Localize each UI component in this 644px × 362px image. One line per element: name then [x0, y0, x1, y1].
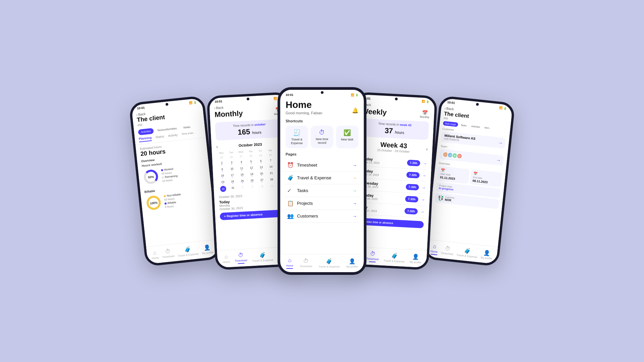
nav-profile-right2[interactable]: 👤 My profile [481, 249, 493, 260]
nav-profile-right1[interactable]: 👤 My profile [410, 253, 422, 264]
detail-tab-non[interactable]: Non... [482, 125, 493, 130]
travel-icon-r2: 🧳 [464, 247, 471, 254]
nav-timesheet-center[interactable]: ⏱ Timesheet [300, 258, 312, 268]
customer-arrow[interactable]: → [498, 140, 503, 145]
arrow-tuesday[interactable]: → [422, 173, 426, 178]
page-customers[interactable]: 👥 Customers → [284, 210, 360, 223]
hours-thursday: 7.30h [405, 196, 419, 202]
cal-day[interactable]: 25 [217, 155, 226, 160]
start-date-card: 📅 Start date 01.11.2023 [437, 166, 470, 184]
nav-home-left2[interactable]: ⌂ Home [151, 249, 159, 260]
detail-tab-activites[interactable]: Activites [469, 124, 482, 129]
nav-profile-left2[interactable]: 👤 My profile [201, 244, 214, 255]
page-tasks[interactable]: ✓ Tasks → [284, 184, 360, 197]
home-greeting: Good morning, Fabian [286, 111, 359, 115]
nav-travel-right2[interactable]: 🧳 Travel & Expense [456, 246, 478, 258]
phones-container: 10:01 📶🔋 ‹ Back The client #56 Activites… [121, 30, 523, 332]
subtab-temp[interactable]: Temp proje... [181, 131, 196, 138]
arrow-friday[interactable]: → [420, 209, 425, 214]
page-travel-expense[interactable]: 🧳 Travel & Expense → [284, 172, 360, 184]
week-banner: Time records in week 43 37 hours [360, 118, 429, 140]
shortcut-travel[interactable]: 🧾 Travel &Expense [286, 126, 308, 148]
nav-travel-right1[interactable]: 🧳 Travel & Expense [383, 252, 405, 263]
hours-tuesday: 7.30h [406, 172, 420, 178]
screen-center: Home Good morning, Fabian 🔔 Shortcuts 🧾 … [280, 97, 364, 272]
profile-icon-c: 👤 [349, 258, 356, 264]
profile-icon-r1: 👤 [412, 253, 419, 260]
tab-nonconformities[interactable]: Nonconformities [155, 125, 180, 134]
customers-page-icon: 👥 [287, 213, 294, 219]
svg-text:50%: 50% [148, 175, 154, 179]
shortcut-new-time-record[interactable]: ⏱ New timerecord [311, 126, 333, 148]
nav-timesheet-right2[interactable]: ⏱ Timesheet [441, 245, 454, 256]
nav-home-right2[interactable]: ⌂ Home [430, 243, 439, 255]
subtab-status[interactable]: Status [155, 135, 164, 141]
home-icon-c: ⌂ [288, 257, 291, 263]
subtab-activity[interactable]: Activity [168, 133, 178, 139]
week-next[interactable]: › [426, 146, 428, 152]
nav-timesheet-left1[interactable]: ⏱ Timesheet [234, 252, 248, 264]
subtab-planning[interactable]: Planning [139, 136, 152, 142]
status-bar-center: 10:01 📶🔋 [280, 91, 364, 97]
profile-icon: 👤 [204, 244, 211, 251]
team-avatars: F A B C [442, 151, 462, 159]
monthly-title: Monthly [214, 109, 243, 119]
bottom-nav-left2: ⌂ Home ⏱ Timesheet 🧳 Travel & Expense 👤 … [146, 239, 218, 263]
travel-icon: 🧳 [184, 246, 192, 253]
bottom-nav-right2: ⌂ Home ⏱ Timesheet 🧳 Travel & Expense 👤 … [426, 239, 498, 263]
currency-icon: 💱 [438, 195, 444, 201]
hours-circle-chart: 50% [142, 168, 160, 186]
home-icon-l1: ⌂ [224, 254, 228, 260]
home-icon: ⌂ [153, 250, 157, 256]
bottom-nav-center: ⌂ Home ⏱ Timesheet 🧳 Travel & Expense 👤 … [280, 254, 364, 272]
timesheet-icon-r2: ⏱ [444, 245, 450, 252]
tasks-page-icon: ✓ [287, 187, 294, 194]
estimate-section: Estimated hours 20 hours Overview Hours … [136, 138, 211, 189]
bell-icon[interactable]: 🔔 [352, 107, 359, 114]
projects-arrow: → [353, 201, 357, 206]
page-projects[interactable]: 📋 Projects → [284, 197, 360, 210]
svg-text:100%: 100% [150, 201, 158, 205]
hours-wednesday: 7.30h [406, 184, 419, 190]
travel-arrow: → [353, 175, 357, 181]
cal-prev[interactable]: ‹ [216, 144, 218, 149]
team-arrow[interactable]: → [496, 157, 501, 163]
timesheet-icon: ⏱ [165, 248, 171, 255]
tasks-arrow: → [353, 188, 357, 193]
tab-activites[interactable]: Activites [138, 128, 154, 135]
nav-travel-center[interactable]: 🧳 Travel & Expense [319, 258, 340, 268]
arrow-wednesday[interactable]: → [422, 185, 426, 190]
cal-today[interactable]: 30 [220, 186, 226, 192]
nav-timesheet-right1[interactable]: ⏱ Timesheet [366, 250, 379, 262]
billable-circle-chart: 100% [145, 194, 163, 212]
end-date-card: 📅 End date 08.11.2023 [470, 169, 502, 187]
nav-home-left1[interactable]: ⌂ Home [222, 254, 230, 264]
timesheet-page-icon: ⏰ [287, 162, 294, 168]
page-timesheet[interactable]: ⏰ Timesheet → [284, 159, 360, 172]
shortcuts-row: 🧾 Travel &Expense ⏱ New timerecord ✅ New… [280, 124, 364, 150]
home-icon-r2: ⌂ [433, 243, 437, 249]
tab-notes[interactable]: Notes [180, 124, 193, 131]
arrow-thursday[interactable]: → [421, 197, 425, 202]
travel-page-icon: 🧳 [287, 175, 294, 181]
nav-travel-left1[interactable]: 🧳 Travel & Expense [252, 251, 273, 262]
shortcut-new-task[interactable]: ✅ New task [336, 126, 359, 148]
phone-center: 10:01 📶🔋 Home Good morning, Fabian 🔔 Sho… [278, 87, 367, 275]
projects-page-icon: 📋 [287, 200, 294, 206]
timesheet-icon-c: ⏱ [303, 258, 309, 264]
view-toggle-weekly[interactable]: 📅 Monthly [420, 110, 430, 119]
nav-home-center[interactable]: ⌂ Home [286, 257, 293, 269]
hours-monday: 7.30h [407, 160, 420, 166]
timesheet-arrow: → [353, 163, 357, 168]
travel-icon-c: 🧳 [326, 258, 332, 264]
nav-travel-left2[interactable]: 🧳 Travel & Expense [177, 245, 199, 257]
chart-info-billable: Non-billable 10 hours Billable 0 hours [164, 192, 182, 209]
detail-tab-tasks[interactable]: Tasks [459, 123, 469, 128]
nav-timesheet-left2[interactable]: ⏱ Timesheet [161, 248, 175, 259]
customers-arrow: → [353, 214, 357, 219]
time-records-banner: Time records in october 165 hours [215, 119, 284, 141]
phone-left2: 10:01 📶🔋 ‹ Back The client #56 Activites… [129, 96, 221, 267]
arrow-monday[interactable]: → [423, 161, 427, 166]
cal-month-label: October 2023 [238, 142, 262, 147]
nav-profile-center[interactable]: 👤 My profile [346, 258, 358, 268]
